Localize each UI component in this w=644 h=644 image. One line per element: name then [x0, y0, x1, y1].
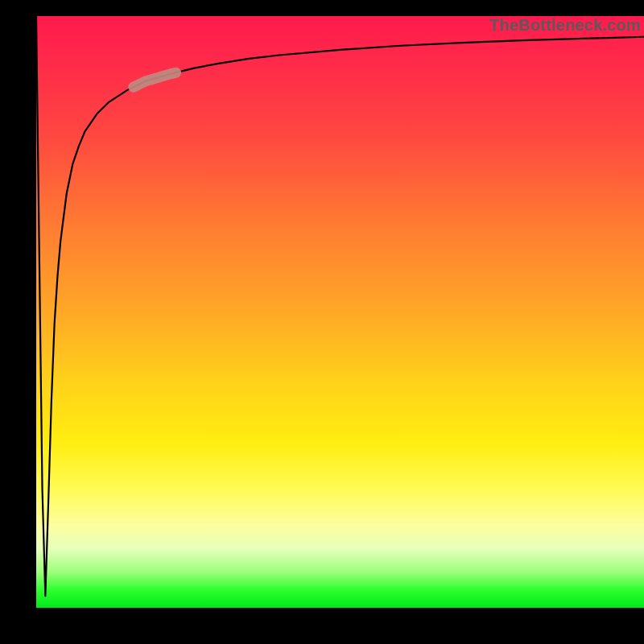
chart-frame: TheBottleneck.com — [0, 0, 644, 644]
plot-area: TheBottleneck.com — [36, 16, 644, 608]
curve-line — [36, 16, 644, 596]
curve-highlight-segment — [134, 72, 176, 87]
bottleneck-curve — [36, 16, 644, 608]
